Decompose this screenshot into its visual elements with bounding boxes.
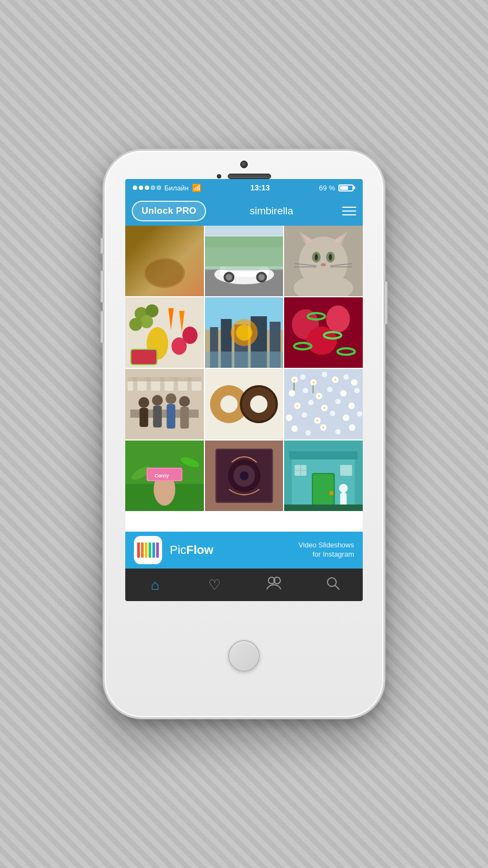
signal-strength — [133, 186, 161, 190]
svg-point-89 — [303, 388, 309, 393]
photo-cell-10[interactable]: Corny — [125, 441, 204, 511]
photo-cell-3[interactable] — [284, 226, 363, 296]
svg-rect-43 — [234, 324, 248, 368]
svg-rect-69 — [153, 406, 162, 427]
svg-rect-74 — [205, 369, 284, 439]
svg-rect-61 — [146, 377, 151, 391]
svg-rect-126 — [147, 469, 181, 480]
svg-point-36 — [171, 337, 187, 355]
volume-down-button[interactable] — [100, 311, 104, 343]
svg-point-55 — [294, 343, 312, 349]
photo-cell-9[interactable] — [284, 369, 363, 439]
signal-dot-4 — [151, 186, 155, 190]
svg-point-70 — [165, 393, 176, 404]
svg-point-109 — [349, 424, 356, 431]
photo-cell-4[interactable] — [125, 297, 204, 368]
status-time: 13:13 — [251, 183, 270, 192]
svg-rect-37 — [130, 349, 157, 365]
svg-point-68 — [152, 395, 163, 406]
photo-grid: Corny — [125, 226, 363, 532]
svg-rect-57 — [125, 369, 204, 439]
svg-marker-14 — [331, 231, 348, 245]
svg-point-99 — [286, 414, 293, 421]
svg-rect-80 — [284, 369, 363, 439]
picflow-name-light: Pic — [170, 543, 187, 557]
silence-button[interactable] — [100, 238, 104, 254]
svg-rect-48 — [205, 352, 284, 368]
svg-rect-1 — [205, 269, 284, 296]
svg-point-50 — [292, 309, 319, 340]
picflow-name-bold: Flow — [187, 543, 214, 557]
people-icon — [266, 576, 281, 594]
svg-point-144 — [339, 484, 348, 493]
username-label: simbirella — [211, 205, 331, 217]
svg-marker-13 — [299, 231, 317, 245]
svg-point-46 — [230, 319, 258, 346]
stripe-4 — [149, 542, 151, 558]
svg-point-5 — [223, 272, 234, 283]
svg-point-78 — [250, 395, 267, 413]
nav-tab-home[interactable]: ⌂ — [125, 569, 185, 601]
svg-point-110 — [294, 379, 296, 381]
photo-cell-8[interactable] — [205, 369, 284, 439]
photo-cell-12[interactable] — [284, 441, 363, 511]
svg-point-26 — [294, 275, 354, 296]
hamburger-line-3 — [342, 214, 356, 215]
svg-rect-129 — [215, 449, 273, 503]
battery-fill — [340, 186, 348, 190]
svg-point-112 — [335, 379, 337, 381]
svg-point-92 — [341, 390, 347, 397]
svg-point-101 — [314, 417, 321, 424]
svg-rect-38 — [131, 350, 156, 364]
photo-cell-1[interactable] — [125, 226, 204, 296]
svg-point-133 — [240, 471, 248, 480]
svg-point-131 — [228, 459, 260, 492]
svg-rect-136 — [290, 451, 358, 459]
picflow-banner[interactable]: PicFlow Video Slideshows for Instagram — [125, 532, 363, 569]
menu-button[interactable] — [342, 207, 356, 215]
svg-point-114 — [324, 407, 326, 409]
svg-point-95 — [309, 400, 314, 405]
svg-point-75 — [210, 385, 248, 423]
photo-cell-6[interactable] — [284, 297, 363, 368]
svg-point-122 — [130, 464, 153, 482]
home-button[interactable] — [228, 640, 260, 672]
svg-point-31 — [129, 318, 142, 331]
signal-dot-3 — [145, 186, 149, 190]
svg-point-83 — [311, 379, 317, 386]
battery-icon — [338, 184, 355, 192]
nav-tab-people[interactable] — [244, 569, 304, 601]
svg-point-30 — [140, 315, 153, 328]
svg-rect-42 — [221, 319, 232, 368]
svg-point-47 — [236, 324, 252, 341]
svg-rect-41 — [210, 327, 218, 368]
status-right: 69 % — [319, 184, 355, 192]
nav-tab-search[interactable] — [304, 569, 363, 601]
battery-percent: 69 % — [319, 184, 335, 192]
photo-cell-11[interactable] — [205, 441, 284, 511]
earpiece-speaker — [228, 174, 271, 179]
svg-rect-125 — [146, 468, 182, 481]
svg-point-116 — [317, 419, 319, 422]
heart-icon: ♡ — [208, 577, 221, 593]
svg-point-18 — [326, 252, 335, 263]
nav-tab-likes[interactable]: ♡ — [185, 569, 245, 601]
power-button[interactable] — [384, 281, 388, 324]
svg-marker-33 — [179, 311, 184, 333]
volume-up-button[interactable] — [100, 270, 104, 303]
stripe-3 — [145, 542, 147, 558]
bottom-navigation: ⌂ ♡ — [125, 569, 363, 601]
speaker-area — [217, 174, 271, 179]
photo-cell-7[interactable] — [125, 369, 204, 439]
status-bar: Билайн 📶 13:13 69 % — [125, 179, 363, 196]
battery-body — [338, 184, 354, 192]
picflow-app-name: PicFlow — [170, 543, 214, 557]
unlock-pro-button[interactable]: Unlock PRO — [132, 201, 206, 221]
svg-point-76 — [220, 395, 237, 413]
svg-point-113 — [318, 395, 320, 397]
svg-point-34 — [146, 327, 168, 360]
photo-cell-2[interactable] — [205, 226, 284, 296]
svg-rect-11 — [284, 226, 363, 296]
photo-cell-5[interactable] — [205, 297, 284, 368]
svg-rect-138 — [313, 474, 334, 510]
